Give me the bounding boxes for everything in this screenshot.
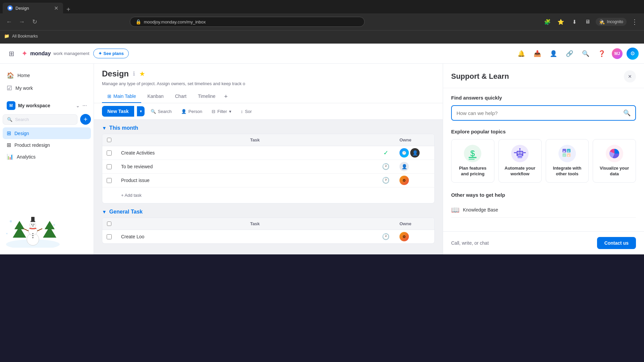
tab-chart[interactable]: Chart	[170, 90, 192, 103]
search-toolbar-btn[interactable]: 🔍 Search	[147, 107, 175, 116]
board-title-row: Design ℹ ★	[102, 69, 435, 78]
knowledge-base-label: Knowledge Base	[463, 207, 498, 213]
tab-main-table[interactable]: ⊞ Main Table	[102, 90, 141, 103]
workspace-header[interactable]: M My workspace ⌄ ···	[3, 99, 91, 113]
knowledge-base-option[interactable]: 📖 Knowledge Base	[451, 202, 636, 218]
add-item-btn[interactable]: +	[80, 114, 91, 125]
row3-owner-avatar: ⚙	[399, 176, 409, 185]
browser-actions: 🧩 ⭐ ⬇ 🖥 🕵️ Incognito ⋮	[542, 16, 640, 27]
support-close-btn[interactable]: ✕	[624, 70, 636, 82]
gen-row1-status-clock-icon: 🕐	[382, 233, 389, 240]
sidebar-item-product-redesign[interactable]: ⊞ Product redesign	[3, 139, 91, 151]
filter-toolbar-btn[interactable]: ⊟ Filter ▾	[208, 107, 235, 116]
svg-line-14	[23, 229, 29, 231]
home-label: Home	[17, 73, 30, 78]
new-tab-btn[interactable]: +	[64, 6, 73, 13]
sidebar-search[interactable]: 🔍 Search	[3, 114, 77, 125]
sidebar-item-home[interactable]: 🏠 Home	[3, 69, 91, 82]
workspace-more-icon[interactable]: ···	[83, 103, 87, 109]
contact-us-btn[interactable]: Contact us	[597, 237, 636, 249]
download-btn[interactable]: ⬇	[569, 16, 580, 27]
select-all-general-checkbox[interactable]	[107, 222, 111, 226]
sidebar-item-design[interactable]: ⊞ Design	[3, 127, 91, 139]
topic-card-visualize[interactable]: Visualize your data	[593, 139, 636, 183]
th-task-label-general: Task	[116, 218, 394, 230]
group-expand-icon[interactable]: ▼	[102, 125, 107, 131]
active-tab[interactable]: Design ✕	[3, 3, 63, 13]
tab-kanban[interactable]: Kanban	[142, 90, 169, 103]
board-star-icon[interactable]: ★	[139, 70, 145, 78]
address-bar[interactable]: 🔒 moodjoy.monday.com/my_inbox	[130, 17, 365, 27]
logo-text: monday	[30, 51, 51, 57]
integrations-btn[interactable]: 🔗	[564, 48, 576, 60]
board-info-icon[interactable]: ℹ	[133, 70, 135, 77]
svg-text:❄: ❄	[53, 224, 55, 227]
bookmark-btn[interactable]: ⭐	[555, 16, 566, 27]
svg-point-13	[33, 237, 34, 238]
notifications-btn[interactable]: 🔔	[515, 48, 527, 60]
tab-timeline[interactable]: Timeline	[193, 90, 221, 103]
tab-favicon	[7, 5, 13, 11]
table-header-general: Task Owne	[102, 218, 434, 230]
sort-toolbar-btn[interactable]: ↕ Sor	[237, 107, 255, 116]
gen-row1-checkbox[interactable]	[107, 234, 112, 239]
new-task-dropdown-btn[interactable]: ▾	[137, 106, 145, 116]
workspace-chevron-icon: ⌄	[76, 103, 80, 108]
row2-checkbox[interactable]	[107, 164, 112, 169]
board-content: ▼ This month Task Owne Create Activities	[94, 120, 443, 254]
search-toolbar-icon: 🔍	[151, 109, 156, 114]
user-avatar[interactable]: MJ	[612, 48, 623, 59]
plan-features-label: Plan features and pricing	[455, 166, 490, 177]
forward-btn[interactable]: →	[17, 17, 27, 27]
svg-point-6	[30, 222, 36, 228]
filter-toolbar-label: Filter	[217, 109, 227, 114]
see-plans-label: See plans	[103, 51, 124, 56]
menu-btn[interactable]: ⋮	[629, 16, 640, 27]
topic-card-plan[interactable]: $ Plan features and pricing	[451, 139, 494, 183]
row3-checkbox[interactable]	[107, 178, 112, 183]
add-tab-btn[interactable]: +	[221, 90, 230, 103]
person-toolbar-btn[interactable]: 👤 Person	[178, 107, 206, 116]
back-btn[interactable]: ←	[4, 17, 14, 27]
support-title: Support & Learn	[451, 72, 509, 81]
all-bookmarks[interactable]: All Bookmarks	[12, 34, 38, 39]
svg-point-27	[518, 153, 519, 154]
help-btn[interactable]: ❓	[596, 48, 608, 60]
th-task-label: Task	[116, 134, 394, 146]
svg-text:$: $	[471, 149, 475, 158]
header-logo: ✦ monday work management	[21, 49, 89, 58]
add-task-btn[interactable]: + Add task	[102, 187, 434, 203]
sidebar-nav: 🏠 Home ☑ My work	[0, 69, 94, 95]
visualize-data-label: Visualize your data	[597, 166, 632, 177]
tab-close-btn[interactable]: ✕	[54, 5, 58, 11]
see-plans-btn[interactable]: ✦ See plans	[93, 49, 129, 58]
sidebar-item-my-work[interactable]: ☑ My work	[3, 82, 91, 95]
new-task-btn[interactable]: New Task	[102, 106, 134, 117]
table-row: To be reviewed 🕐 👤	[102, 160, 434, 174]
profile-btn[interactable]: 🖥	[582, 16, 593, 27]
my-work-label: My work	[15, 85, 33, 91]
logo-sub: work management	[53, 51, 89, 56]
workspace-section: M My workspace ⌄ ···	[0, 99, 94, 113]
row1-checkbox[interactable]	[107, 150, 112, 156]
inbox-btn[interactable]: 📥	[531, 48, 543, 60]
extensions-btn[interactable]: 🧩	[542, 16, 553, 27]
select-all-checkbox[interactable]	[107, 138, 111, 142]
svg-rect-29	[518, 155, 522, 156]
product-redesign-label: Product redesign	[14, 142, 50, 148]
row2-check	[102, 162, 116, 172]
settings-btn[interactable]: ⚙	[627, 48, 639, 60]
group-general-expand-icon[interactable]: ▼	[102, 209, 107, 215]
topic-card-automate[interactable]: Automate your workflow	[498, 139, 542, 183]
help-search-input[interactable]	[457, 110, 621, 116]
my-work-icon: ☑	[7, 84, 12, 92]
sidebar-item-analytics[interactable]: 📊 Analytics	[3, 151, 91, 163]
topic-card-integrate[interactable]: ▶ ⊞ ✓ ★ Integrate with other tools	[546, 139, 589, 183]
search-btn[interactable]: 🔍	[580, 48, 592, 60]
apps-grid-btn[interactable]: ⊞	[5, 48, 17, 60]
help-search-box[interactable]: 🔍	[451, 105, 636, 121]
reload-btn[interactable]: ↻	[30, 17, 40, 27]
automate-workflow-label: Automate your workflow	[503, 166, 537, 177]
invite-btn[interactable]: 👤	[547, 48, 559, 60]
integrate-tools-icon: ▶ ⊞ ✓ ★	[558, 145, 576, 162]
